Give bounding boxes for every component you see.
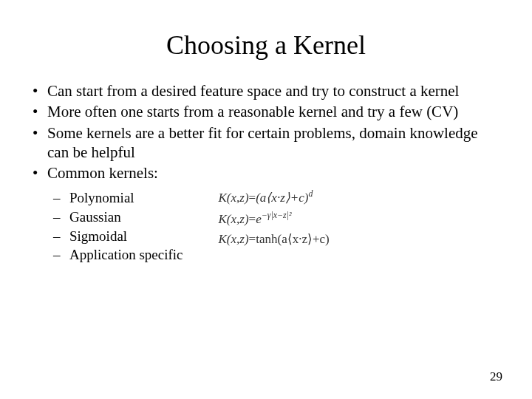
- formula-exponent: d: [308, 188, 313, 199]
- page-number: 29: [490, 369, 502, 384]
- sub-bullet-item: Sigmoidal: [53, 227, 183, 246]
- sub-bullet-item: Application specific: [53, 245, 183, 265]
- bullet-item: Can start from a desired feature space a…: [30, 81, 502, 100]
- formula-lhs: K(x,z): [219, 212, 249, 226]
- formula-exponent: −γ|x−z|²: [262, 210, 292, 220]
- formula-sigmoidal: K(x,z)=tanh(a⟨x·z⟩+c): [219, 231, 330, 247]
- slide-title: Choosing a Kernel: [30, 30, 502, 61]
- formula-base: e: [256, 212, 262, 226]
- formula-lhs: K(x,z): [219, 232, 249, 246]
- formula-eq: =: [249, 191, 256, 205]
- main-bullet-list: Can start from a desired feature space a…: [30, 81, 502, 183]
- sub-section: Polynomial Gaussian Sigmoidal Applicatio…: [30, 188, 502, 265]
- bullet-item: More often one starts from a reasonable …: [30, 102, 502, 121]
- formula-block: K(x,z)=(a⟨x·z⟩+c)d K(x,z)=e−γ|x−z|² K(x,…: [219, 188, 330, 246]
- sub-bullet-item: Gaussian: [53, 208, 183, 227]
- formula-lhs: K(x,z): [219, 191, 249, 205]
- sub-bullet-item: Polynomial: [53, 188, 183, 208]
- formula-eq: =: [249, 232, 256, 246]
- sub-bullet-list: Polynomial Gaussian Sigmoidal Applicatio…: [53, 188, 183, 265]
- formula-fn: tanh(a⟨x·z⟩+c): [256, 232, 330, 246]
- bullet-item: Common kernels:: [30, 163, 502, 183]
- bullet-item: Some kernels are a better fit for certai…: [30, 123, 502, 163]
- formula-rhs: (a⟨x·z⟩+c): [256, 191, 308, 205]
- formula-polynomial: K(x,z)=(a⟨x·z⟩+c)d: [219, 188, 330, 205]
- formula-gaussian: K(x,z)=e−γ|x−z|²: [219, 210, 330, 227]
- formula-eq: =: [249, 212, 256, 226]
